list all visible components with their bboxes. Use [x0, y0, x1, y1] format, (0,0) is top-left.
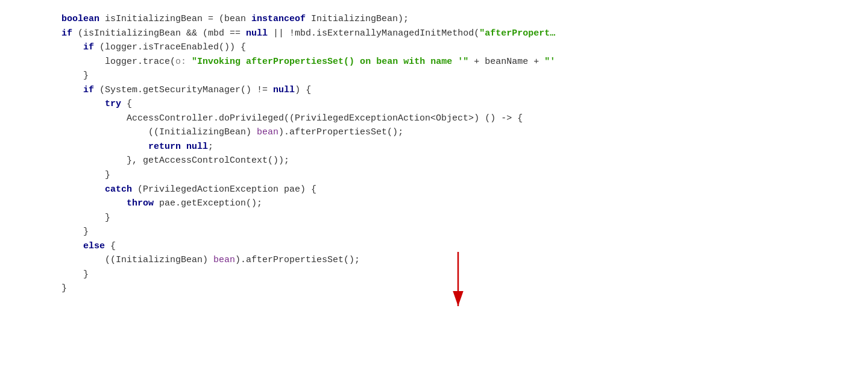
code-line: } — [18, 211, 850, 225]
code-line: } — [18, 268, 850, 282]
code-line: else { — [18, 239, 850, 254]
code-line: catch (PrivilegedActionException pae) { — [18, 183, 850, 197]
code-line: }, getAccessControlContext()); — [18, 154, 850, 168]
code-line: AccessController.doPrivileged((Privilege… — [18, 111, 850, 126]
code-line: throw pae.getException(); — [18, 196, 850, 211]
code-line: boolean isInitializingBean = (bean insta… — [18, 12, 850, 27]
code-line: ((InitializingBean) bean).afterPropertie… — [18, 253, 850, 268]
code-viewer: boolean isInitializingBean = (bean insta… — [0, 0, 868, 367]
code-block: boolean isInitializingBean = (bean insta… — [18, 12, 850, 296]
code-line: if (logger.isTraceEnabled()) { — [18, 40, 850, 55]
code-line: if (System.getSecurityManager() != null)… — [18, 83, 850, 98]
code-line: } — [18, 281, 850, 296]
code-line: } — [18, 225, 850, 239]
code-line: logger.trace(o: "Invoking afterPropertie… — [18, 55, 850, 69]
code-line: if (isInitializingBean && (mbd == null |… — [18, 27, 850, 41]
code-line: } — [18, 69, 850, 83]
code-line: try { — [18, 97, 850, 111]
code-line: } — [18, 168, 850, 183]
code-line: return null; — [18, 140, 850, 154]
code-line: ((InitializingBean) bean).afterPropertie… — [18, 125, 850, 140]
